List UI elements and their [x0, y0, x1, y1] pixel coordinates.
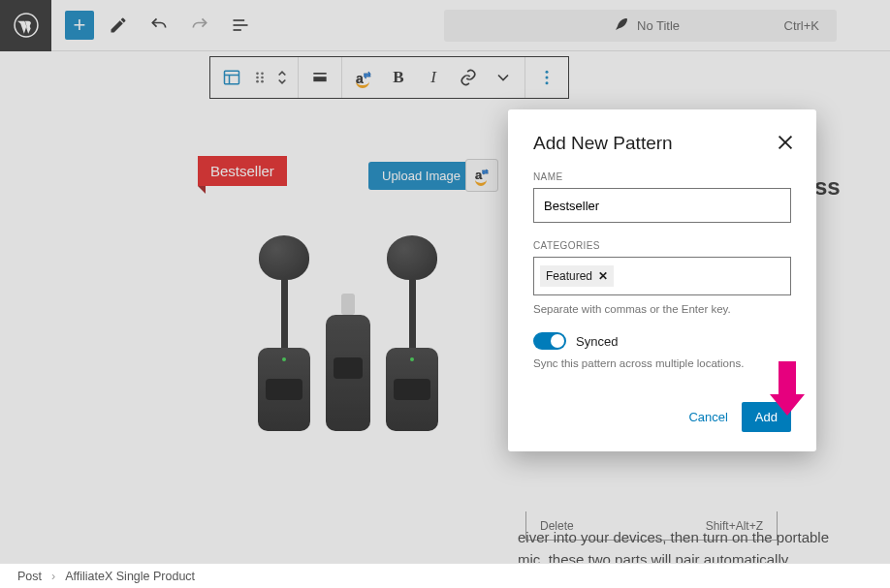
add-block-button[interactable]: + [65, 11, 94, 40]
synced-toggle[interactable] [533, 332, 566, 350]
svg-rect-3 [234, 29, 241, 31]
breadcrumb-current[interactable]: AffiliateX Single Product [65, 570, 195, 583]
synced-help-text: Sync this pattern across multiple locati… [533, 357, 791, 369]
svg-point-15 [546, 71, 549, 74]
categories-field-label: CATEGORIES [533, 240, 791, 251]
svg-point-17 [546, 81, 549, 84]
svg-rect-2 [234, 24, 248, 26]
add-pattern-modal: Add New Pattern NAME CATEGORIES Featured… [508, 109, 816, 451]
svg-point-11 [256, 80, 259, 83]
chevron-right-icon: › [51, 570, 55, 583]
cancel-button[interactable]: Cancel [688, 410, 727, 424]
breadcrumb: Post › AffiliateX Single Product [0, 563, 890, 588]
categories-help-text: Separate with commas or the Enter key. [533, 303, 791, 315]
italic-button[interactable]: I [416, 57, 451, 98]
synced-toggle-label: Synced [576, 334, 618, 349]
svg-point-16 [546, 77, 549, 79]
redo-icon[interactable] [183, 9, 216, 42]
name-field-label: NAME [533, 171, 791, 182]
block-toolbar: a⇄ B I [209, 56, 569, 99]
command-shortcut: Ctrl+K [784, 18, 819, 33]
svg-point-10 [261, 77, 264, 79]
link-icon[interactable] [451, 57, 486, 98]
add-button[interactable]: Add [742, 402, 791, 432]
drag-handle-icon[interactable] [249, 57, 270, 98]
svg-rect-1 [234, 19, 245, 21]
editor-topbar: + No Title Ctrl+K [0, 0, 890, 51]
undo-icon[interactable] [143, 9, 175, 42]
edit-mode-icon[interactable] [102, 9, 135, 42]
bold-button[interactable]: B [381, 57, 416, 98]
amazon-typography-icon[interactable]: a⇄ [346, 57, 381, 98]
pattern-name-input[interactable] [533, 188, 791, 223]
svg-rect-14 [313, 77, 326, 81]
close-icon[interactable] [772, 129, 799, 156]
product-title-peek: ss [814, 173, 841, 201]
svg-point-9 [256, 77, 259, 79]
bestseller-ribbon[interactable]: Bestseller [198, 156, 287, 186]
svg-point-7 [256, 73, 259, 76]
document-overview-icon[interactable] [224, 9, 257, 42]
more-rich-text-icon[interactable] [486, 57, 521, 98]
modal-title: Add New Pattern [533, 133, 791, 154]
move-updown-icon[interactable] [270, 57, 294, 98]
svg-rect-13 [313, 73, 326, 75]
document-title-bar[interactable]: No Title Ctrl+K [444, 10, 837, 42]
block-type-icon[interactable] [214, 57, 249, 98]
category-chip: Featured ✕ [540, 265, 614, 287]
category-chip-label: Featured [546, 269, 592, 283]
document-title: No Title [637, 18, 680, 33]
feather-icon [614, 16, 629, 35]
svg-point-8 [261, 73, 264, 76]
breadcrumb-root[interactable]: Post [17, 570, 42, 583]
remove-category-icon[interactable]: ✕ [598, 269, 608, 283]
svg-point-12 [261, 80, 264, 83]
align-icon[interactable] [302, 57, 337, 98]
svg-point-0 [15, 14, 38, 37]
wordpress-logo[interactable] [0, 0, 51, 51]
block-options-icon[interactable] [529, 57, 564, 98]
editor-canvas: a⇄ B I Bestseller Upload Image a⇄ ss Del… [0, 51, 890, 61]
product-image [198, 179, 498, 431]
svg-rect-4 [225, 71, 239, 83]
categories-input[interactable]: Featured ✕ [533, 257, 791, 295]
